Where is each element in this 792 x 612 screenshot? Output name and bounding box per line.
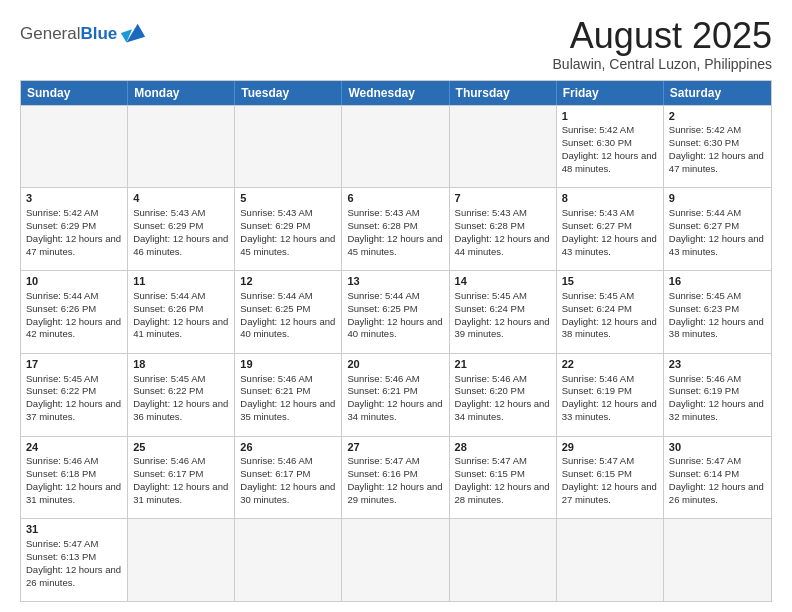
calendar-day-cell: 14Sunrise: 5:45 AM Sunset: 6:24 PM Dayli…: [450, 271, 557, 353]
calendar-day-cell: [342, 519, 449, 601]
calendar-week-row: 31Sunrise: 5:47 AM Sunset: 6:13 PM Dayli…: [21, 518, 771, 601]
subtitle: Bulawin, Central Luzon, Philippines: [553, 56, 772, 72]
day-info: Sunrise: 5:44 AM Sunset: 6:25 PM Dayligh…: [240, 290, 335, 339]
day-number: 19: [240, 357, 336, 372]
day-info: Sunrise: 5:44 AM Sunset: 6:25 PM Dayligh…: [347, 290, 442, 339]
main-title: August 2025: [553, 16, 772, 56]
day-number: 8: [562, 191, 658, 206]
day-number: 13: [347, 274, 443, 289]
calendar-day-cell: [450, 106, 557, 188]
day-number: 22: [562, 357, 658, 372]
calendar-day-cell: [235, 519, 342, 601]
calendar-day-cell: [128, 106, 235, 188]
calendar-header-cell: Tuesday: [235, 81, 342, 105]
calendar-day-cell: 4Sunrise: 5:43 AM Sunset: 6:29 PM Daylig…: [128, 188, 235, 270]
calendar-header-cell: Saturday: [664, 81, 771, 105]
day-info: Sunrise: 5:45 AM Sunset: 6:24 PM Dayligh…: [562, 290, 657, 339]
header: GeneralBlue August 2025 Bulawin, Central…: [20, 16, 772, 72]
calendar-day-cell: 24Sunrise: 5:46 AM Sunset: 6:18 PM Dayli…: [21, 437, 128, 519]
calendar-day-cell: 1Sunrise: 5:42 AM Sunset: 6:30 PM Daylig…: [557, 106, 664, 188]
day-number: 15: [562, 274, 658, 289]
calendar-day-cell: 25Sunrise: 5:46 AM Sunset: 6:17 PM Dayli…: [128, 437, 235, 519]
calendar: SundayMondayTuesdayWednesdayThursdayFrid…: [20, 80, 772, 602]
day-number: 14: [455, 274, 551, 289]
day-info: Sunrise: 5:46 AM Sunset: 6:18 PM Dayligh…: [26, 455, 121, 504]
logo-blue: Blue: [80, 24, 117, 43]
calendar-day-cell: 31Sunrise: 5:47 AM Sunset: 6:13 PM Dayli…: [21, 519, 128, 601]
day-number: 2: [669, 109, 766, 124]
day-info: Sunrise: 5:47 AM Sunset: 6:15 PM Dayligh…: [562, 455, 657, 504]
day-number: 26: [240, 440, 336, 455]
day-number: 21: [455, 357, 551, 372]
calendar-week-row: 3Sunrise: 5:42 AM Sunset: 6:29 PM Daylig…: [21, 187, 771, 270]
day-number: 24: [26, 440, 122, 455]
calendar-day-cell: 23Sunrise: 5:46 AM Sunset: 6:19 PM Dayli…: [664, 354, 771, 436]
day-number: 27: [347, 440, 443, 455]
day-info: Sunrise: 5:46 AM Sunset: 6:19 PM Dayligh…: [669, 373, 764, 422]
calendar-day-cell: 22Sunrise: 5:46 AM Sunset: 6:19 PM Dayli…: [557, 354, 664, 436]
calendar-day-cell: 29Sunrise: 5:47 AM Sunset: 6:15 PM Dayli…: [557, 437, 664, 519]
day-info: Sunrise: 5:43 AM Sunset: 6:29 PM Dayligh…: [240, 207, 335, 256]
day-number: 6: [347, 191, 443, 206]
calendar-week-row: 1Sunrise: 5:42 AM Sunset: 6:30 PM Daylig…: [21, 105, 771, 188]
day-number: 23: [669, 357, 766, 372]
day-number: 10: [26, 274, 122, 289]
logo-icon: [119, 20, 147, 48]
calendar-day-cell: 17Sunrise: 5:45 AM Sunset: 6:22 PM Dayli…: [21, 354, 128, 436]
day-info: Sunrise: 5:45 AM Sunset: 6:22 PM Dayligh…: [133, 373, 228, 422]
calendar-body: 1Sunrise: 5:42 AM Sunset: 6:30 PM Daylig…: [21, 105, 771, 601]
day-number: 1: [562, 109, 658, 124]
calendar-day-cell: 11Sunrise: 5:44 AM Sunset: 6:26 PM Dayli…: [128, 271, 235, 353]
day-info: Sunrise: 5:44 AM Sunset: 6:26 PM Dayligh…: [26, 290, 121, 339]
calendar-header-cell: Sunday: [21, 81, 128, 105]
calendar-day-cell: [128, 519, 235, 601]
day-number: 31: [26, 522, 122, 537]
calendar-header-cell: Thursday: [450, 81, 557, 105]
calendar-day-cell: 13Sunrise: 5:44 AM Sunset: 6:25 PM Dayli…: [342, 271, 449, 353]
day-info: Sunrise: 5:42 AM Sunset: 6:30 PM Dayligh…: [562, 124, 657, 173]
page: GeneralBlue August 2025 Bulawin, Central…: [0, 0, 792, 612]
day-info: Sunrise: 5:47 AM Sunset: 6:16 PM Dayligh…: [347, 455, 442, 504]
calendar-day-cell: 19Sunrise: 5:46 AM Sunset: 6:21 PM Dayli…: [235, 354, 342, 436]
day-info: Sunrise: 5:43 AM Sunset: 6:28 PM Dayligh…: [455, 207, 550, 256]
day-info: Sunrise: 5:45 AM Sunset: 6:23 PM Dayligh…: [669, 290, 764, 339]
calendar-day-cell: 8Sunrise: 5:43 AM Sunset: 6:27 PM Daylig…: [557, 188, 664, 270]
day-number: 7: [455, 191, 551, 206]
day-number: 5: [240, 191, 336, 206]
calendar-day-cell: 16Sunrise: 5:45 AM Sunset: 6:23 PM Dayli…: [664, 271, 771, 353]
calendar-day-cell: 18Sunrise: 5:45 AM Sunset: 6:22 PM Dayli…: [128, 354, 235, 436]
calendar-day-cell: 5Sunrise: 5:43 AM Sunset: 6:29 PM Daylig…: [235, 188, 342, 270]
calendar-day-cell: 7Sunrise: 5:43 AM Sunset: 6:28 PM Daylig…: [450, 188, 557, 270]
day-info: Sunrise: 5:47 AM Sunset: 6:14 PM Dayligh…: [669, 455, 764, 504]
calendar-day-cell: 6Sunrise: 5:43 AM Sunset: 6:28 PM Daylig…: [342, 188, 449, 270]
logo: GeneralBlue: [20, 20, 147, 48]
day-info: Sunrise: 5:46 AM Sunset: 6:19 PM Dayligh…: [562, 373, 657, 422]
calendar-header-cell: Wednesday: [342, 81, 449, 105]
day-info: Sunrise: 5:45 AM Sunset: 6:22 PM Dayligh…: [26, 373, 121, 422]
day-info: Sunrise: 5:44 AM Sunset: 6:26 PM Dayligh…: [133, 290, 228, 339]
calendar-day-cell: 15Sunrise: 5:45 AM Sunset: 6:24 PM Dayli…: [557, 271, 664, 353]
calendar-day-cell: [557, 519, 664, 601]
calendar-day-cell: 2Sunrise: 5:42 AM Sunset: 6:30 PM Daylig…: [664, 106, 771, 188]
calendar-week-row: 24Sunrise: 5:46 AM Sunset: 6:18 PM Dayli…: [21, 436, 771, 519]
calendar-day-cell: [235, 106, 342, 188]
day-number: 4: [133, 191, 229, 206]
day-number: 3: [26, 191, 122, 206]
calendar-day-cell: 26Sunrise: 5:46 AM Sunset: 6:17 PM Dayli…: [235, 437, 342, 519]
calendar-day-cell: 10Sunrise: 5:44 AM Sunset: 6:26 PM Dayli…: [21, 271, 128, 353]
calendar-week-row: 17Sunrise: 5:45 AM Sunset: 6:22 PM Dayli…: [21, 353, 771, 436]
logo-general: General: [20, 24, 80, 43]
day-number: 28: [455, 440, 551, 455]
calendar-header-cell: Monday: [128, 81, 235, 105]
calendar-day-cell: [21, 106, 128, 188]
day-number: 11: [133, 274, 229, 289]
day-info: Sunrise: 5:42 AM Sunset: 6:30 PM Dayligh…: [669, 124, 764, 173]
day-info: Sunrise: 5:46 AM Sunset: 6:17 PM Dayligh…: [133, 455, 228, 504]
calendar-day-cell: 12Sunrise: 5:44 AM Sunset: 6:25 PM Dayli…: [235, 271, 342, 353]
calendar-day-cell: 9Sunrise: 5:44 AM Sunset: 6:27 PM Daylig…: [664, 188, 771, 270]
day-info: Sunrise: 5:42 AM Sunset: 6:29 PM Dayligh…: [26, 207, 121, 256]
day-info: Sunrise: 5:44 AM Sunset: 6:27 PM Dayligh…: [669, 207, 764, 256]
day-info: Sunrise: 5:43 AM Sunset: 6:29 PM Dayligh…: [133, 207, 228, 256]
calendar-day-cell: [664, 519, 771, 601]
calendar-header-cell: Friday: [557, 81, 664, 105]
